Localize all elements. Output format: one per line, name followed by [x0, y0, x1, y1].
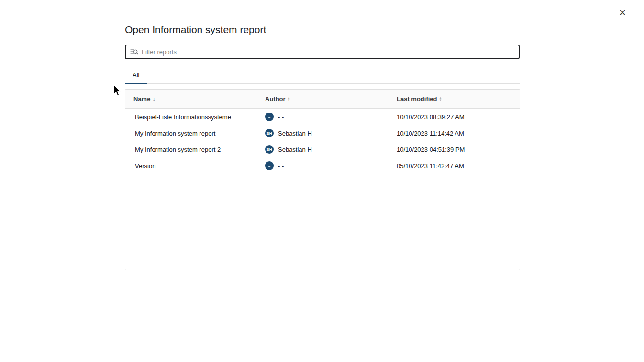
author-name: - -	[278, 113, 284, 121]
last-modified: 10/10/2023 11:14:42 AM	[389, 130, 520, 137]
last-modified: 05/10/2023 11:42:47 AM	[389, 162, 520, 170]
author-name: Sebastian H	[278, 130, 312, 137]
tab-all-label: All	[133, 71, 139, 79]
author-cell: SH Sebastian H	[257, 129, 389, 137]
report-name: Beispiel-Liste Informationssysteme	[125, 113, 257, 121]
table-header: Name ↓ Author ▲▼ Last modified ▲▼	[125, 90, 520, 109]
column-author-label: Author	[265, 95, 286, 102]
column-header-last-modified[interactable]: Last modified ▲▼	[389, 95, 520, 102]
author-cell: SH Sebastian H	[257, 145, 389, 154]
filter-reports-searchbox[interactable]	[125, 45, 520, 59]
search-filter-icon	[130, 48, 138, 56]
sort-unsorted-icon: ▲▼	[288, 97, 290, 102]
report-name: Version	[125, 162, 257, 170]
column-header-name[interactable]: Name ↓	[125, 95, 257, 102]
tab-bar: All	[125, 67, 520, 84]
column-last-modified-label: Last modified	[397, 95, 437, 102]
author-cell: – - -	[257, 113, 389, 121]
author-avatar: –	[265, 161, 274, 170]
author-avatar: SH	[265, 129, 274, 137]
dialog-title: Open Information system report	[125, 24, 266, 35]
author-avatar: SH	[265, 145, 274, 154]
column-name-label: Name	[133, 95, 150, 102]
report-name: My Information system report 2	[125, 146, 257, 153]
reports-table: Name ↓ Author ▲▼ Last modified ▲▼ Beispi…	[125, 89, 520, 270]
table-row[interactable]: Beispiel-Liste Informationssysteme – - -…	[125, 109, 520, 125]
column-header-author[interactable]: Author ▲▼	[257, 95, 389, 102]
mouse-cursor	[113, 84, 122, 97]
search-input[interactable]	[142, 48, 514, 56]
report-name: My Information system report	[125, 130, 257, 137]
sort-desc-icon: ↓	[152, 96, 155, 102]
sort-unsorted-icon: ▲▼	[439, 97, 442, 102]
last-modified: 10/10/2023 08:39:27 AM	[389, 113, 520, 121]
close-icon[interactable]: ✕	[616, 7, 629, 19]
table-row[interactable]: Version – - - 05/10/2023 11:42:47 AM	[125, 158, 520, 174]
open-report-dialog: ✕ Open Information system report All Nam…	[0, 0, 644, 362]
last-modified: 10/10/2023 04:51:39 PM	[389, 146, 520, 153]
author-avatar: –	[265, 113, 274, 121]
page-bottom-divider	[0, 357, 644, 357]
author-name: - -	[278, 162, 284, 170]
author-name: Sebastian H	[278, 146, 312, 153]
tab-all[interactable]: All	[125, 67, 147, 84]
table-row[interactable]: My Information system report SH Sebastia…	[125, 125, 520, 141]
table-row[interactable]: My Information system report 2 SH Sebast…	[125, 141, 520, 158]
author-cell: – - -	[257, 161, 389, 170]
